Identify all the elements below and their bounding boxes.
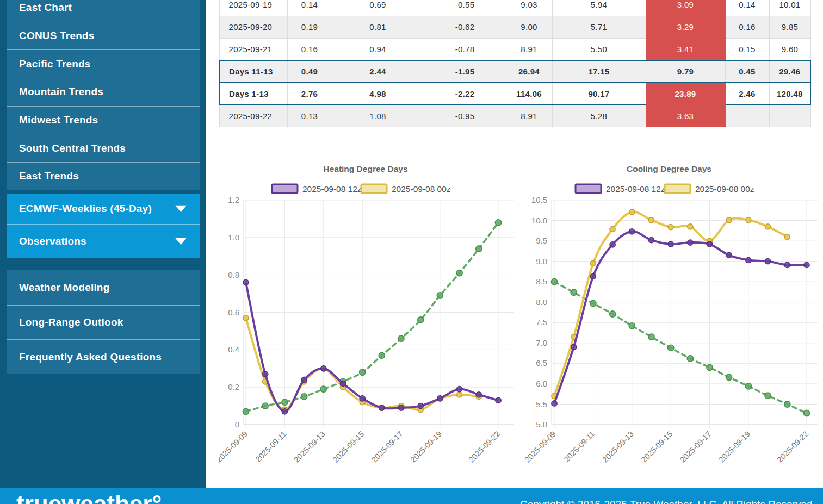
data-point xyxy=(784,401,790,407)
footer: trueweather° Copyright © 2016-2025 True … xyxy=(0,488,823,504)
copyright-text: Copyright © 2016-2025 True Weather, LLC.… xyxy=(520,499,813,504)
data-point xyxy=(418,403,423,409)
x-axis-label: 2025-09-19 xyxy=(409,430,443,464)
data-point xyxy=(648,334,654,340)
sidebar-item-south-central-trends[interactable]: South Central Trends xyxy=(7,134,200,162)
data-point xyxy=(571,289,577,295)
data-point xyxy=(476,246,482,252)
y-axis-label: 8.0 xyxy=(536,297,547,307)
data-point xyxy=(496,220,502,226)
data-point xyxy=(379,405,385,410)
data-point xyxy=(688,240,693,245)
cooling-degree-days-chart: Cooling Degree Days2025-09-08 12z2025-09… xyxy=(522,162,823,468)
data-point xyxy=(726,217,732,223)
sidebar-item-label: Observations xyxy=(19,235,86,247)
value-cell: 0.81 xyxy=(332,16,424,38)
value-cell: 90.17 xyxy=(552,83,646,105)
sidebar-item-label: East Chart xyxy=(19,2,72,14)
value-cell: 0.49 xyxy=(287,60,332,83)
value-cell: 0.19 xyxy=(287,16,332,38)
legend-swatch xyxy=(272,184,298,193)
data-point xyxy=(282,409,287,414)
anomaly-cell-highlighted: 3.41 xyxy=(646,38,725,60)
data-point xyxy=(610,242,615,247)
sidebar-item-midwest-trends[interactable]: Midwest Trends xyxy=(7,106,200,134)
y-axis-label: 9.0 xyxy=(536,257,547,266)
anomaly-cell-highlighted: 23.89 xyxy=(646,83,725,105)
x-axis-label: 2025-09-22 xyxy=(775,430,810,464)
value-cell xyxy=(725,104,769,127)
data-point xyxy=(765,259,771,264)
sidebar-item-east-trends[interactable]: East Trends xyxy=(7,162,200,190)
data-point xyxy=(360,369,366,375)
y-axis-label: 7.0 xyxy=(536,338,547,347)
data-point xyxy=(456,270,462,276)
legend-label: 2025-09-08 12z xyxy=(302,184,362,194)
sidebar-group-resources: Weather ModelingLong-Range OutlookFreque… xyxy=(7,270,200,374)
y-axis-label: 6.5 xyxy=(536,358,547,368)
row-label: 2025-09-20 xyxy=(219,16,287,38)
data-point xyxy=(263,371,268,377)
y-axis-label: 0.2 xyxy=(228,382,239,391)
x-axis-label: 2025-09-11 xyxy=(562,430,597,464)
data-point xyxy=(707,364,713,370)
value-cell: 0.16 xyxy=(725,16,769,38)
data-point xyxy=(707,241,713,247)
data-point xyxy=(629,229,635,234)
legend-label: 2025-09-08 00z xyxy=(695,184,754,194)
data-point xyxy=(399,405,404,410)
x-axis-label: 2025-09-15 xyxy=(640,430,675,464)
table-row: 2025-09-200.190.81-0.629.005.713.290.169… xyxy=(219,16,810,38)
value-cell: 5.28 xyxy=(552,104,646,127)
legend-swatch xyxy=(576,184,601,193)
chevron-down-icon xyxy=(175,206,187,213)
heating-degree-days-chart: Heating Degree Days2025-09-08 12z2025-09… xyxy=(219,162,519,468)
data-point xyxy=(243,279,249,285)
data-point xyxy=(726,252,732,258)
sidebar-item-mountain-trends[interactable]: Mountain Trends xyxy=(7,78,200,106)
sidebar-item-label: ECMWF-Weeklies (45-Day) xyxy=(19,203,152,215)
data-point xyxy=(301,394,307,400)
data-point xyxy=(804,410,810,416)
data-point xyxy=(688,224,693,229)
data-point xyxy=(649,217,654,223)
value-cell: 0.45 xyxy=(725,60,769,83)
data-point xyxy=(262,403,268,409)
sidebar-item-label: East Trends xyxy=(19,170,79,182)
table-row: Days 1-132.764.98-2.22114.0690.1723.892.… xyxy=(219,83,810,105)
row-label: Days 11-13 xyxy=(219,60,287,83)
data-point xyxy=(784,234,790,240)
value-cell: -0.62 xyxy=(424,16,506,38)
degree-days-table: 2025-09-190.140.69-0.559.035.943.090.141… xyxy=(219,0,811,127)
legend-swatch xyxy=(361,184,387,193)
table-row: 2025-09-190.140.69-0.559.035.943.090.141… xyxy=(219,0,810,16)
data-point xyxy=(649,238,654,243)
sidebar-item-pacific-trends[interactable]: Pacific Trends xyxy=(7,49,200,78)
data-point xyxy=(571,344,577,350)
sidebar-item-frequently-asked-questions[interactable]: Frequently Asked Questions xyxy=(7,339,200,374)
value-cell: 17.15 xyxy=(552,60,646,83)
row-label: 2025-09-22 xyxy=(219,104,287,127)
data-point xyxy=(765,393,771,399)
data-point xyxy=(687,356,693,362)
sidebar-item-label: Pacific Trends xyxy=(19,58,91,70)
data-point xyxy=(746,257,751,263)
sidebar-item-label: Mountain Trends xyxy=(19,86,103,98)
data-point xyxy=(804,262,809,267)
sidebar-item-observations[interactable]: Observations xyxy=(7,224,200,258)
y-axis-label: 0.6 xyxy=(228,308,239,317)
sidebar-item-ecmwf-weeklies-45-day[interactable]: ECMWF-Weeklies (45-Day) xyxy=(7,194,200,224)
data-point xyxy=(590,260,596,266)
value-cell: 2.44 xyxy=(332,60,424,83)
value-cell: 1.08 xyxy=(332,104,424,127)
sidebar-item-conus-trends[interactable]: CONUS Trends xyxy=(7,22,200,50)
trueweather-logo[interactable]: trueweather° xyxy=(16,490,162,504)
row-label: 2025-09-19 xyxy=(219,0,287,16)
legend-swatch xyxy=(665,184,690,193)
x-axis-label: 2025-09-22 xyxy=(467,430,502,464)
value-cell: 5.94 xyxy=(552,0,646,16)
sidebar-item-east-chart[interactable]: East Chart xyxy=(7,0,200,22)
table-row: 2025-09-210.160.94-0.788.915.503.410.159… xyxy=(219,38,810,60)
sidebar-item-long-range-outlook[interactable]: Long-Range Outlook xyxy=(7,305,200,340)
sidebar-item-weather-modeling[interactable]: Weather Modeling xyxy=(7,270,200,305)
